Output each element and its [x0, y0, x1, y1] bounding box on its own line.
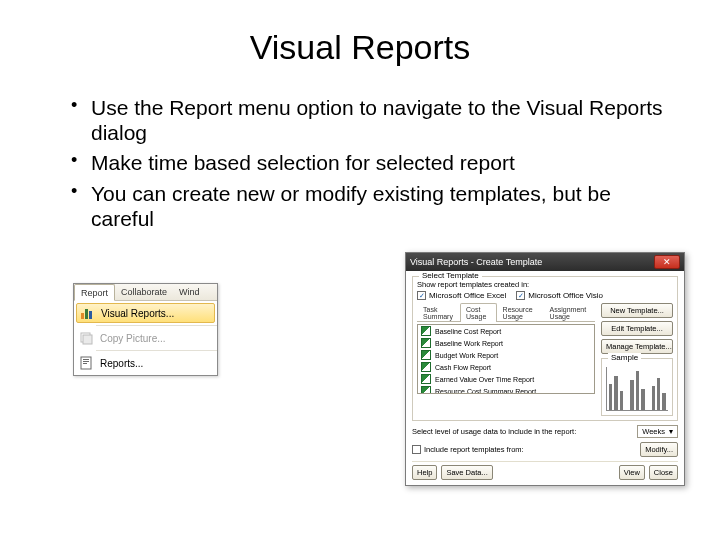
bullet-list: Use the Report menu option to navigate t… — [55, 95, 665, 231]
menu-tab-collaborate[interactable]: Collaborate — [115, 284, 173, 300]
checkbox-label: Microsoft Office Excel — [429, 291, 506, 300]
list-item[interactable]: Earned Value Over Time Report — [418, 373, 594, 385]
excel-icon — [421, 386, 431, 394]
excel-icon — [421, 338, 431, 348]
menu-item-label: Reports... — [100, 358, 143, 369]
svg-rect-2 — [89, 311, 92, 319]
menu-item-copy-picture[interactable]: Copy Picture... — [74, 328, 217, 348]
modify-button[interactable]: Modify... — [640, 442, 678, 457]
svg-rect-7 — [83, 361, 89, 362]
list-item[interactable]: Resource Cost Summary Report — [418, 385, 594, 394]
menu-item-reports[interactable]: Reports... — [74, 353, 217, 373]
close-icon: ✕ — [663, 258, 671, 267]
tab-resource-usage[interactable]: Resource Usage — [497, 303, 544, 321]
sample-chart-icon — [606, 367, 668, 411]
sample-label: Sample — [608, 353, 641, 362]
show-templates-label: Show report templates created in: — [417, 280, 673, 289]
dialog-title: Visual Reports - Create Template — [410, 257, 542, 267]
report-menu-dropdown: Report Collaborate Wind Visual Reports..… — [73, 283, 218, 376]
copy-picture-icon — [78, 330, 94, 346]
list-item[interactable]: Baseline Cost Report — [418, 325, 594, 337]
group-label: Select Template — [419, 271, 482, 280]
chart-icon — [79, 305, 95, 321]
template-list[interactable]: Baseline Cost Report Baseline Work Repor… — [417, 324, 595, 394]
slide-title: Visual Reports — [55, 28, 665, 67]
edit-template-button[interactable]: Edit Template... — [601, 321, 673, 336]
checkbox-label: Include report templates from: — [424, 445, 524, 454]
close-button[interactable]: ✕ — [654, 255, 680, 269]
svg-rect-4 — [83, 335, 92, 344]
excel-icon — [421, 326, 431, 336]
save-data-button[interactable]: Save Data... — [441, 465, 492, 480]
report-category-tabs: Task Summary Cost Usage Resource Usage A… — [417, 303, 595, 322]
checkbox-label: Microsoft Office Visio — [528, 291, 603, 300]
close-dialog-button[interactable]: Close — [649, 465, 678, 480]
svg-rect-8 — [83, 363, 87, 364]
help-button[interactable]: Help — [412, 465, 437, 480]
new-template-button[interactable]: New Template... — [601, 303, 673, 318]
chevron-down-icon: ▾ — [669, 427, 673, 436]
tab-cost-usage[interactable]: Cost Usage — [460, 303, 497, 322]
manage-template-button[interactable]: Manage Template... — [601, 339, 673, 354]
excel-icon — [421, 350, 431, 360]
include-templates-checkbox[interactable]: Include report templates from: — [412, 445, 524, 454]
menu-item-label: Visual Reports... — [101, 308, 174, 319]
menu-tab-window[interactable]: Wind — [173, 284, 206, 300]
time-level-label: Select level of usage data to include in… — [412, 427, 633, 436]
view-button[interactable]: View — [619, 465, 645, 480]
visio-checkbox[interactable]: ✓Microsoft Office Visio — [516, 291, 603, 300]
bullet-item: You can create new or modify existing te… — [75, 181, 665, 231]
include-templates-row: Include report templates from: Modify... — [412, 442, 678, 457]
svg-rect-6 — [83, 359, 89, 360]
sample-preview: Sample — [601, 358, 673, 416]
time-level-row: Select level of usage data to include in… — [412, 425, 678, 438]
svg-rect-0 — [81, 313, 84, 319]
select-template-group: Select Template Show report templates cr… — [412, 276, 678, 421]
menu-tab-report[interactable]: Report — [74, 284, 115, 301]
bullet-item: Use the Report menu option to navigate t… — [75, 95, 665, 145]
list-item[interactable]: Budget Work Report — [418, 349, 594, 361]
time-level-select[interactable]: Weeks ▾ — [637, 425, 678, 438]
excel-checkbox[interactable]: ✓Microsoft Office Excel — [417, 291, 506, 300]
tab-assignment-usage[interactable]: Assignment Usage — [544, 303, 595, 321]
menu-item-label: Copy Picture... — [100, 333, 166, 344]
report-icon — [78, 355, 94, 371]
excel-icon — [421, 362, 431, 372]
list-item[interactable]: Baseline Work Report — [418, 337, 594, 349]
visual-reports-dialog: Visual Reports - Create Template ✕ Selec… — [405, 252, 685, 486]
dialog-titlebar: Visual Reports - Create Template ✕ — [406, 253, 684, 271]
menu-tab-strip: Report Collaborate Wind — [74, 284, 217, 301]
excel-icon — [421, 374, 431, 384]
svg-rect-1 — [85, 309, 88, 319]
list-item[interactable]: Cash Flow Report — [418, 361, 594, 373]
bullet-item: Make time based selection for selected r… — [75, 150, 665, 175]
menu-item-visual-reports[interactable]: Visual Reports... — [76, 303, 215, 323]
tab-task-summary[interactable]: Task Summary — [417, 303, 460, 321]
